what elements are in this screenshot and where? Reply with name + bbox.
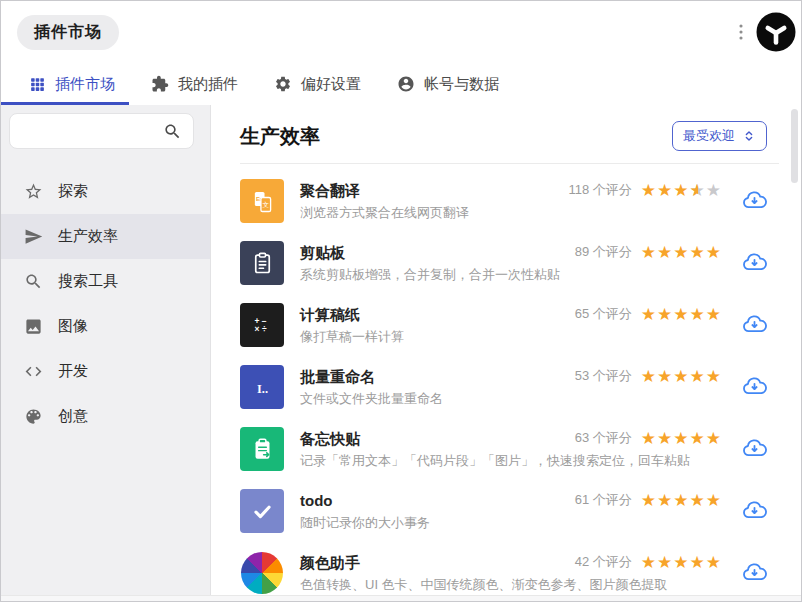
plugin-name: 剪贴板 [300, 244, 560, 262]
svg-text:÷: ÷ [261, 323, 266, 333]
plugin-list: En文 聚合翻译 浏览器方式聚合在线网页翻译 118 个评分 ★★★★★★ 剪贴… [211, 164, 801, 601]
star-icon: ★ [673, 182, 689, 199]
star-icon: ★ [657, 492, 673, 509]
star-icon: ★ [657, 554, 673, 571]
plugin-row[interactable]: +−×÷ 计算稿纸 像打草稿一样计算 65 个评分 ★★★★★ [240, 294, 801, 356]
download-cloud-icon[interactable] [741, 188, 768, 215]
star-icon: ★ [673, 244, 689, 261]
plugin-desc: 色值转换、UI 色卡、中国传统颜色、渐变色参考、图片颜色提取 [300, 577, 668, 593]
rating-count: 65 个评分 [575, 305, 632, 323]
plugin-desc: 像打草稿一样计算 [300, 329, 404, 345]
plugin-desc: 浏览器方式聚合在线网页翻译 [300, 205, 469, 221]
star-icon: ★ [657, 182, 673, 199]
rating-count: 42 个评分 [575, 553, 632, 571]
plugin-icon-translate: En文 [240, 179, 284, 223]
sidebar-item-explore[interactable]: 探索 [1, 169, 210, 214]
bottom-edge [1, 595, 801, 601]
download-cloud-icon[interactable] [741, 312, 768, 339]
sidebar-item-label: 探索 [58, 182, 88, 201]
download-cloud-icon[interactable] [741, 436, 768, 463]
star-icon [23, 182, 43, 201]
svg-text:×: × [254, 323, 259, 333]
vertical-dots-icon[interactable] [730, 21, 752, 43]
plugin-icon-memo [240, 427, 284, 471]
download-cloud-icon[interactable] [741, 374, 768, 401]
star-icon: ★ [641, 306, 657, 323]
star-icon: ★ [673, 492, 689, 509]
sidebar-searchbox[interactable] [9, 113, 194, 149]
sidebar-item-creative[interactable]: 创意 [1, 394, 210, 439]
plugin-row[interactable]: 剪贴板 系统剪贴板增强，合并复制，合并一次性粘贴 89 个评分 ★★★★★ [240, 232, 801, 294]
star-icon: ★ [706, 430, 722, 447]
tab-my-plugins[interactable]: 我的插件 [151, 63, 238, 105]
tab-account[interactable]: 帐号与数据 [397, 63, 499, 105]
image-icon [23, 317, 43, 336]
rating-count: 61 个评分 [575, 491, 632, 509]
plugin-row[interactable]: 颜色助手 色值转换、UI 色卡、中国传统颜色、渐变色参考、图片颜色提取 42 个… [240, 542, 801, 601]
star-icon: ★ [706, 306, 722, 323]
plugin-row[interactable]: En文 聚合翻译 浏览器方式聚合在线网页翻译 118 个评分 ★★★★★★ [240, 170, 801, 232]
scrollbar-thumb[interactable] [791, 109, 798, 183]
star-icon: ★ [690, 306, 706, 323]
page-title: 生产效率 [240, 123, 320, 150]
sidebar-item-productivity[interactable]: 生产效率 [1, 214, 210, 259]
download-cloud-icon[interactable] [741, 498, 768, 525]
category-nav: 探索 生产效率 搜索工具 图像 开发 创意 [1, 169, 210, 439]
plugin-rating: 61 个评分 ★★★★★ [575, 491, 722, 509]
plugin-row[interactable]: todo 随时记录你的大小事务 61 个评分 ★★★★★ [240, 480, 801, 542]
star-icon: ★ [641, 182, 657, 199]
topbar-right [730, 12, 796, 52]
svg-text:I..: I.. [257, 381, 268, 395]
plugin-desc: 系统剪贴板增强，合并复制，合并一次性粘贴 [300, 267, 560, 283]
plugin-name: 批量重命名 [300, 368, 443, 386]
sidebar-item-search-tools[interactable]: 搜索工具 [1, 259, 210, 304]
tab-market[interactable]: 插件市场 [29, 63, 115, 105]
plugin-rating: 89 个评分 ★★★★★ [575, 243, 722, 261]
sort-dropdown[interactable]: 最受欢迎 [672, 121, 767, 151]
gear-icon [274, 75, 292, 93]
download-cloud-icon[interactable] [741, 560, 768, 587]
search-input[interactable] [22, 122, 163, 140]
star-icon: ★ [641, 554, 657, 571]
star-icon: ★ [673, 554, 689, 571]
download-cloud-icon[interactable] [741, 250, 768, 277]
plugin-icon-math: +−×÷ [240, 303, 284, 347]
star-rating: ★★★★★★ [641, 182, 722, 199]
star-icon: ★ [657, 306, 673, 323]
tab-bar: 插件市场 我的插件 偏好设置 帐号与数据 [1, 63, 801, 105]
plugin-rating: 65 个评分 ★★★★★ [575, 305, 722, 323]
sidebar-item-development[interactable]: 开发 [1, 349, 210, 394]
star-icon: ★ [657, 430, 673, 447]
star-rating: ★★★★★ [641, 368, 722, 385]
star-rating: ★★★★★ [641, 430, 722, 447]
sidebar-item-images[interactable]: 图像 [1, 304, 210, 349]
rating-count: 63 个评分 [575, 429, 632, 447]
tab-label: 偏好设置 [301, 75, 361, 94]
star-icon: ★ [706, 368, 722, 385]
plugin-name: 聚合翻译 [300, 182, 469, 200]
plugin-rating: 53 个评分 ★★★★★ [575, 367, 722, 385]
sidebar-item-label: 生产效率 [58, 227, 118, 246]
star-icon: ★ [641, 430, 657, 447]
sort-label: 最受欢迎 [683, 127, 735, 145]
plugin-icon-clipboard [240, 241, 284, 285]
star-icon: ★ [657, 368, 673, 385]
star-icon: ★ [690, 244, 706, 261]
sidebar: 探索 生产效率 搜索工具 图像 开发 创意 [1, 105, 211, 601]
star-icon: ★ [673, 430, 689, 447]
star-icon: ★ [690, 368, 706, 385]
tab-preferences[interactable]: 偏好设置 [274, 63, 361, 105]
plugin-row[interactable]: I.. 批量重命名 文件或文件夹批量重命名 53 个评分 ★★★★★ [240, 356, 801, 418]
code-icon [23, 362, 43, 381]
sidebar-item-label: 图像 [58, 317, 88, 336]
updown-chevron-icon [742, 129, 756, 143]
star-icon: ★ [641, 368, 657, 385]
tab-label: 帐号与数据 [424, 75, 499, 94]
star-icon: ★ [690, 430, 706, 447]
tab-label: 我的插件 [178, 75, 238, 94]
plugin-row[interactable]: 备忘快贴 记录「常用文本」「代码片段」「图片」，快速搜索定位，回车粘贴 63 个… [240, 418, 801, 480]
star-icon: ★ [690, 492, 706, 509]
utools-logo-icon[interactable] [756, 12, 796, 52]
star-icon: ★ [706, 492, 722, 509]
star-icon: ★ [690, 554, 706, 571]
